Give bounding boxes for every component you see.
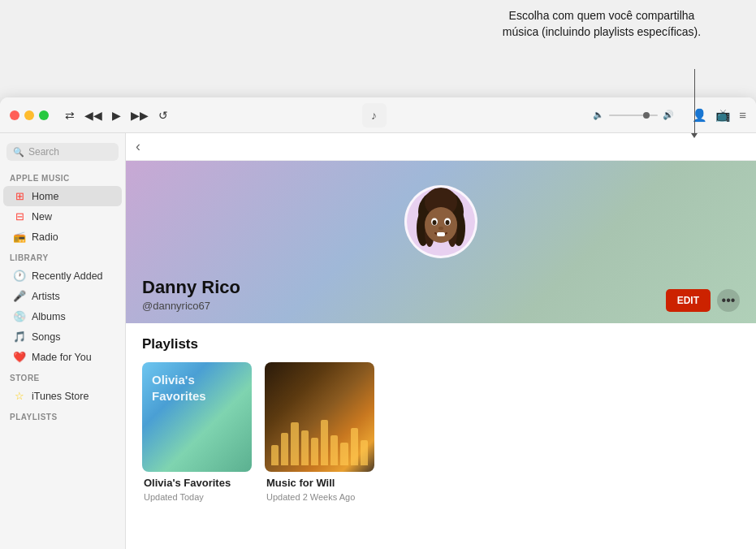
- playlist-subtitle-olivias-favorites: Updated Today: [142, 492, 252, 502]
- memoji-svg: [407, 188, 475, 256]
- section-label-store: Store: [0, 367, 125, 386]
- playlist-art-music-for-will: [265, 362, 374, 472]
- albums-icon: 💿: [13, 310, 26, 322]
- profile-actions: EDIT •••: [666, 289, 740, 312]
- sidebar-item-recently-added[interactable]: 🕐 Recently Added: [3, 266, 122, 286]
- volume-low-icon: 🔈: [593, 110, 604, 120]
- queue-list-icon[interactable]: ≡: [739, 108, 746, 122]
- playlists-section: Playlists Olivia's Favorites Olivia's Fa…: [126, 323, 756, 549]
- close-button[interactable]: [10, 110, 19, 120]
- artists-icon: 🎤: [13, 290, 26, 302]
- svg-point-10: [446, 220, 450, 225]
- playlist-card-olivias-favorites[interactable]: Olivia's Favorites Olivia's Favorites Up…: [142, 362, 252, 502]
- bar-6: [321, 420, 328, 465]
- new-icon: ⊟: [13, 210, 26, 223]
- content-nav: ‹: [126, 133, 756, 161]
- bar-1: [271, 445, 279, 465]
- sidebar-item-label: Songs: [32, 331, 60, 343]
- svg-point-6: [425, 207, 457, 243]
- svg-point-9: [433, 220, 437, 225]
- avatar: [404, 185, 477, 258]
- profile-info: Danny Rico @dannyrico67: [142, 277, 240, 312]
- sidebar-item-label: Albums: [32, 311, 66, 322]
- bar-4: [301, 430, 309, 465]
- sidebar-item-label: New: [32, 211, 52, 223]
- playlist-art-text-olivia: Olivia's Favorites: [152, 372, 233, 404]
- main-content: ‹: [126, 133, 756, 549]
- sidebar-item-made-for-you[interactable]: ❤️ Made for You: [3, 347, 122, 367]
- tooltip-line: [694, 69, 695, 134]
- main-area: 🔍 Search Apple Music ⊞ Home ⊟ New 📻 Radi…: [0, 133, 756, 549]
- repeat-icon[interactable]: ↺: [158, 109, 168, 122]
- playlist-title-olivias-favorites: Olivia's Favorites: [142, 477, 252, 491]
- sidebar-item-itunes-store[interactable]: ☆ iTunes Store: [3, 386, 122, 406]
- play-icon[interactable]: ▶: [112, 109, 121, 122]
- volume-control: 🔈 🔊: [593, 110, 674, 120]
- display-icon[interactable]: 📺: [715, 108, 731, 123]
- section-label-library: Library: [0, 247, 125, 266]
- section-label-apple-music: Apple Music: [0, 167, 125, 186]
- recently-added-icon: 🕐: [13, 270, 26, 282]
- prev-icon[interactable]: ◀◀: [84, 109, 102, 122]
- playlist-art-olivias-favorites: Olivia's Favorites: [142, 362, 252, 472]
- sidebar-item-new[interactable]: ⊟ New: [3, 206, 122, 227]
- bar-8: [340, 443, 348, 465]
- toolbar-controls: ⇄ ◀◀ ▶ ▶▶ ↺ ♪ 🔈 🔊 👤 📺 ≡: [65, 103, 746, 128]
- playlist-card-music-for-will[interactable]: Music for Will Updated 2 Weeks Ago: [265, 362, 374, 502]
- toolbar-center: ♪: [178, 103, 583, 128]
- sidebar-item-albums[interactable]: 💿 Albums: [3, 306, 122, 326]
- volume-slider[interactable]: [609, 115, 658, 116]
- search-icon: 🔍: [13, 147, 24, 158]
- title-bar: ⇄ ◀◀ ▶ ▶▶ ↺ ♪ 🔈 🔊 👤 📺 ≡: [0, 97, 756, 133]
- sidebar-item-label: Artists: [32, 291, 60, 302]
- sidebar-item-label: Recently Added: [32, 270, 103, 282]
- toolbar-right: 👤 📺 ≡: [692, 108, 746, 123]
- itunes-store-icon: ☆: [13, 390, 26, 402]
- sidebar-item-radio[interactable]: 📻 Radio: [3, 227, 122, 247]
- playlists-heading: Playlists: [142, 336, 740, 352]
- back-button[interactable]: ‹: [136, 138, 140, 155]
- search-placeholder: Search: [28, 146, 59, 158]
- sidebar-item-artists[interactable]: 🎤 Artists: [3, 286, 122, 306]
- sidebar-item-label: iTunes Store: [32, 391, 89, 402]
- minimize-button[interactable]: [24, 110, 34, 120]
- sidebar: 🔍 Search Apple Music ⊞ Home ⊟ New 📻 Radi…: [0, 133, 126, 549]
- home-icon: ⊞: [13, 190, 26, 202]
- volume-high-icon: 🔊: [663, 110, 674, 120]
- sidebar-item-label: Made for You: [32, 352, 92, 363]
- profile-handle: @dannyrico67: [142, 300, 240, 312]
- section-label-playlists: Playlists: [0, 406, 125, 425]
- shuffle-icon[interactable]: ⇄: [65, 109, 75, 122]
- music-note-button[interactable]: ♪: [362, 103, 387, 128]
- next-icon[interactable]: ▶▶: [131, 109, 149, 122]
- profile-banner: Danny Rico @dannyrico67 EDIT •••: [126, 161, 756, 323]
- annotation-text: Escolha com quem você compartilha música…: [503, 9, 701, 38]
- radio-icon: 📻: [13, 231, 26, 243]
- bar-2: [281, 433, 288, 465]
- music-note-icon: ♪: [371, 109, 377, 122]
- volume-thumb: [643, 112, 650, 119]
- bar-3: [291, 422, 298, 465]
- made-for-you-icon: ❤️: [13, 351, 26, 363]
- sidebar-item-home[interactable]: ⊞ Home: [3, 186, 122, 206]
- will-bars: [265, 415, 374, 472]
- app-window: ⇄ ◀◀ ▶ ▶▶ ↺ ♪ 🔈 🔊 👤 📺 ≡: [0, 97, 756, 549]
- playlists-grid: Olivia's Favorites Olivia's Favorites Up…: [142, 362, 740, 502]
- tooltip-annotation: Escolha com quem você compartilha música…: [496, 8, 707, 40]
- songs-icon: 🎵: [13, 331, 26, 343]
- playlist-subtitle-music-for-will: Updated 2 Weeks Ago: [265, 492, 374, 502]
- search-bar[interactable]: 🔍 Search: [6, 143, 119, 161]
- svg-point-11: [438, 227, 443, 230]
- bar-7: [330, 435, 338, 465]
- bar-10: [361, 440, 368, 465]
- sidebar-item-label: Radio: [32, 231, 58, 243]
- sidebar-item-songs[interactable]: 🎵 Songs: [3, 326, 122, 347]
- edit-button[interactable]: EDIT: [666, 289, 711, 312]
- avatar-container: [404, 185, 477, 258]
- bar-9: [351, 428, 358, 466]
- sidebar-item-label: Home: [32, 191, 58, 202]
- more-options-button[interactable]: •••: [717, 289, 740, 312]
- playlist-title-music-for-will: Music for Will: [265, 477, 374, 491]
- bar-5: [311, 438, 318, 465]
- maximize-button[interactable]: [39, 110, 49, 120]
